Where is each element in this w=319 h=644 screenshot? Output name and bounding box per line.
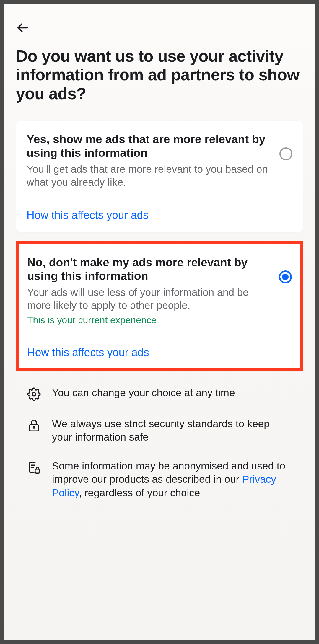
info-item-change: You can change your choice at any time — [27, 386, 292, 402]
option-no-card[interactable]: No, don't make my ads more relevant by u… — [16, 241, 303, 371]
option-no-title: No, don't make my ads more relevant by u… — [27, 256, 272, 283]
info-change-text: You can change your choice at any time — [52, 386, 235, 400]
info-anonymised-post: , regardless of your choice — [79, 487, 200, 498]
option-no-text: No, don't make my ads more relevant by u… — [27, 256, 272, 326]
option-no-affects-link[interactable]: How this affects your ads — [27, 346, 292, 359]
option-yes-radio[interactable] — [279, 147, 292, 160]
info-item-anonymised: Some information may be anonymised and u… — [27, 459, 292, 500]
option-yes-row: Yes, show me ads that are more relevant … — [27, 133, 292, 189]
document-lock-icon — [27, 460, 41, 475]
settings-screen: Do you want us to use your activity info… — [4, 4, 315, 640]
svg-rect-7 — [35, 469, 40, 473]
svg-point-1 — [32, 392, 36, 396]
info-anonymised-text: Some information may be anonymised and u… — [52, 459, 292, 500]
back-button[interactable] — [16, 20, 31, 35]
option-yes-card[interactable]: Yes, show me ads that are more relevant … — [16, 121, 303, 232]
option-no-radio[interactable] — [279, 270, 292, 283]
info-security-text: We always use strict security standards … — [52, 417, 292, 444]
current-experience-notice: This is your current experience — [27, 315, 272, 326]
option-yes-description: You'll get ads that are more relevant to… — [27, 163, 272, 189]
lock-icon — [27, 418, 41, 433]
option-no-description: Your ads will use less of your informati… — [27, 286, 272, 312]
option-yes-text: Yes, show me ads that are more relevant … — [27, 133, 272, 189]
gear-icon — [27, 387, 41, 402]
page-title: Do you want us to use your activity info… — [16, 47, 303, 103]
option-yes-title: Yes, show me ads that are more relevant … — [27, 133, 272, 160]
option-yes-affects-link[interactable]: How this affects your ads — [27, 209, 292, 221]
info-list: You can change your choice at any time W… — [16, 386, 303, 500]
arrow-left-icon — [16, 21, 29, 34]
option-no-row: No, don't make my ads more relevant by u… — [27, 256, 292, 326]
info-item-security: We always use strict security standards … — [27, 417, 292, 444]
